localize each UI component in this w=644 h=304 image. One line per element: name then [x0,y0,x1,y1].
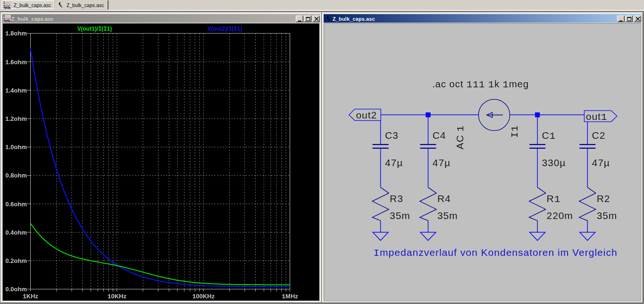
svg-text:R1: R1 [547,193,561,205]
svg-text:220m: 220m [547,210,573,221]
svg-text:out1: out1 [586,111,607,123]
svg-text:out2: out2 [356,110,377,120]
svg-text:0.2ohm: 0.2ohm [5,257,27,264]
svg-text:330µ: 330µ [542,157,566,168]
svg-text:Z_bulk_caps.asc: Z_bulk_caps.asc [11,16,54,22]
svg-text:C1: C1 [542,130,556,142]
svg-text:Z_bulk_caps.asc: Z_bulk_caps.asc [333,16,375,22]
svg-text:AC 1: AC 1 [454,125,466,149]
svg-text:C3: C3 [385,130,399,141]
svg-text:0.4ohm: 0.4ohm [5,229,27,236]
svg-text:1MHz: 1MHz [282,293,298,300]
svg-text:I1: I1 [510,125,520,138]
svg-text:1.8ohm: 1.8ohm [5,30,27,37]
svg-text:0.6ohm: 0.6ohm [5,201,27,208]
svg-text:V(out1)/I(I1): V(out1)/I(I1) [77,25,112,33]
svg-text:1.2ohm: 1.2ohm [5,115,27,123]
svg-text:1.0ohm: 1.0ohm [5,144,27,151]
svg-text:100KHz: 100KHz [192,293,215,300]
svg-text:C2: C2 [592,130,606,141]
svg-text:35m: 35m [437,210,458,221]
svg-text:.ac oct 111 1k 1meg: .ac oct 111 1k 1meg [432,78,529,90]
svg-text:0.8ohm: 0.8ohm [5,172,27,179]
svg-text:R4: R4 [437,193,451,204]
svg-text:C4: C4 [433,130,446,141]
svg-text:V(out2)/I(I1): V(out2)/I(I1) [208,25,243,33]
svg-text:47µ: 47µ [385,157,403,168]
svg-text:Impedanzverlauf von Kondensato: Impedanzverlauf von Kondensatoren im Ver… [373,247,617,259]
svg-text:Z_bulk_caps.asc: Z_bulk_caps.asc [67,2,104,8]
svg-text:1.6ohm: 1.6ohm [5,59,27,66]
svg-text:Z_bulk_caps.asc: Z_bulk_caps.asc [14,2,51,8]
svg-text:0.0ohm: 0.0ohm [5,286,27,293]
svg-text:47µ: 47µ [433,157,451,168]
svg-text:35m: 35m [390,210,410,221]
svg-text:1.4ohm: 1.4ohm [5,87,27,94]
svg-text:R3: R3 [390,193,403,204]
svg-text:47µ: 47µ [592,157,610,168]
svg-text:1KHz: 1KHz [23,293,39,300]
svg-text:R2: R2 [597,193,611,204]
svg-text:10KHz: 10KHz [108,293,127,300]
svg-text:35m: 35m [597,210,618,221]
